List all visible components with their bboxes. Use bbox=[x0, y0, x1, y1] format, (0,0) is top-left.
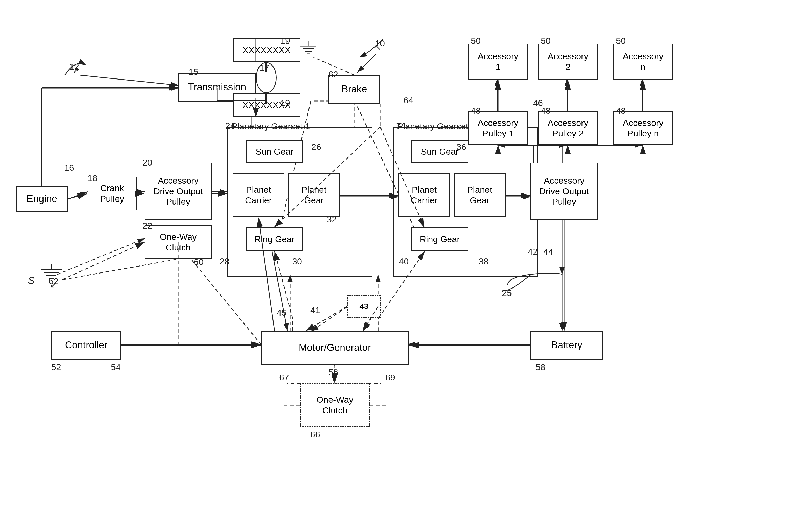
battery-box: Battery bbox=[530, 331, 603, 360]
pg2-ring-gear-box: Ring Gear bbox=[411, 227, 468, 251]
pg2-ring-gear-label: Ring Gear bbox=[420, 234, 460, 245]
pg1-sun-label: Sun Gear bbox=[256, 146, 293, 157]
acc-pulley-n-box: AccessoryPulley n bbox=[613, 111, 673, 145]
label-32: 32 bbox=[327, 214, 337, 225]
controller-box: Controller bbox=[51, 331, 121, 360]
label-38: 38 bbox=[479, 256, 488, 267]
label-45: 45 bbox=[277, 308, 287, 318]
label-50c: 50 bbox=[616, 36, 626, 46]
label-15: 15 bbox=[189, 67, 198, 77]
label-17: 17 bbox=[259, 63, 269, 73]
acc-1-box: Accessory1 bbox=[468, 43, 528, 80]
label-30: 30 bbox=[292, 256, 302, 267]
label-48b: 48 bbox=[541, 106, 551, 116]
crank-pulley-label: CrankPulley bbox=[100, 183, 124, 204]
diagram: Engine CrankPulley AccessoryDrive Output… bbox=[0, 0, 791, 532]
pg2-sun-label: Sun Gear bbox=[421, 146, 459, 157]
label-64: 64 bbox=[404, 95, 413, 106]
label-20: 20 bbox=[142, 157, 152, 168]
pg2-title: Planetary Gearset 2 bbox=[397, 121, 476, 131]
acc-n-label: Accessoryn bbox=[623, 51, 663, 72]
label-18: 18 bbox=[88, 173, 97, 183]
box43: 43 bbox=[347, 295, 381, 318]
label-41: 41 bbox=[310, 305, 320, 315]
brake-label: Brake bbox=[341, 83, 367, 95]
label-50b: 50 bbox=[541, 36, 551, 46]
acc-pulley-1-box: AccessoryPulley 1 bbox=[468, 111, 528, 145]
acc-drive-output-2-label: AccessoryDrive OutputPulley bbox=[540, 175, 589, 207]
label-40: 40 bbox=[399, 256, 409, 267]
one-way-clutch-2-box: One-WayClutch bbox=[300, 383, 370, 427]
label-62a: 62 bbox=[328, 70, 338, 79]
svg-line-81 bbox=[62, 242, 144, 280]
acc-2-label: Accessory2 bbox=[548, 51, 589, 72]
pg2-planet-carrier-label: PlanetCarrier bbox=[411, 185, 438, 206]
label-69: 69 bbox=[385, 373, 395, 383]
svg-line-33 bbox=[57, 238, 145, 274]
pg1-ring-gear-label: Ring Gear bbox=[255, 234, 295, 245]
label-44: 44 bbox=[543, 247, 553, 257]
ground-symbol-top bbox=[298, 41, 319, 56]
label-54: 54 bbox=[111, 362, 121, 372]
label-48a: 48 bbox=[471, 106, 481, 116]
arrow-12-svg bbox=[62, 57, 88, 78]
label-60: 60 bbox=[194, 257, 204, 267]
label-22: 22 bbox=[142, 221, 152, 231]
label-42: 42 bbox=[528, 247, 538, 257]
label-16: 16 bbox=[64, 163, 74, 173]
svg-line-2 bbox=[67, 192, 88, 200]
acc-pulley-2-box: AccessoryPulley 2 bbox=[538, 111, 598, 145]
acc-pulley-1-label: AccessoryPulley 1 bbox=[478, 118, 519, 139]
label-19b: 19 bbox=[280, 98, 290, 108]
one-way-clutch-1-box: One-WayClutch bbox=[144, 225, 212, 259]
label-34: 34 bbox=[396, 121, 406, 131]
acc-pulley-2-label: AccessoryPulley 2 bbox=[548, 118, 589, 139]
label-S: S bbox=[28, 275, 35, 286]
label-24: 24 bbox=[225, 121, 235, 131]
transmission-label: Transmission bbox=[188, 81, 246, 93]
label-56: 56 bbox=[328, 367, 338, 377]
label-36: 36 bbox=[456, 142, 466, 152]
battery-label: Battery bbox=[551, 339, 582, 351]
label-48c: 48 bbox=[616, 106, 626, 116]
pg1-planet-carrier-label: PlanetCarrier bbox=[245, 185, 272, 206]
pg1-planet-gear-box: PlanetGear bbox=[288, 173, 340, 217]
one-way-clutch-1-label: One-WayClutch bbox=[160, 231, 197, 253]
engine-box: Engine bbox=[16, 186, 68, 212]
pg1-planet-carrier-box: PlanetCarrier bbox=[233, 173, 284, 217]
motor-gen-box: Motor/Generator bbox=[261, 331, 409, 365]
acc-drive-output-1-label: AccessoryDrive OutputPulley bbox=[154, 175, 203, 207]
tc-shaft-bottom bbox=[265, 93, 267, 103]
label-58: 58 bbox=[536, 362, 545, 372]
box43-label: 43 bbox=[360, 302, 368, 311]
pg2-planet-carrier-box: PlanetCarrier bbox=[398, 173, 450, 217]
label-52: 52 bbox=[51, 362, 61, 372]
one-way-clutch-2-label: One-WayClutch bbox=[316, 395, 353, 416]
pg2-planet-gear-label: PlanetGear bbox=[467, 185, 492, 206]
label-28: 28 bbox=[220, 256, 230, 267]
tc-top-label: XXXXXXXX bbox=[243, 45, 291, 55]
label-19a: 19 bbox=[280, 36, 290, 46]
pg1-sun-gear-box: Sun Gear bbox=[246, 140, 303, 163]
acc-2-box: Accessory2 bbox=[538, 43, 598, 80]
acc-pulley-n-label: AccessoryPulley n bbox=[623, 118, 663, 139]
acc-drive-output-1-box: AccessoryDrive OutputPulley bbox=[144, 163, 212, 220]
pg1-planet-gear-label: PlanetGear bbox=[302, 185, 326, 206]
engine-label: Engine bbox=[27, 193, 57, 205]
svg-line-4 bbox=[80, 75, 179, 86]
curve-s: ↙ bbox=[50, 279, 58, 290]
label-25: 25 bbox=[502, 288, 512, 298]
pg1-ring-gear-box: Ring Gear bbox=[246, 227, 303, 251]
label-66: 66 bbox=[310, 430, 320, 439]
motor-gen-label: Motor/Generator bbox=[299, 342, 371, 354]
label-67: 67 bbox=[279, 373, 289, 383]
svg-line-82 bbox=[63, 259, 178, 280]
tc-top-box: XXXXXXXX bbox=[233, 38, 301, 62]
tc-bottom-box: XXXXXXXX bbox=[233, 93, 301, 117]
acc-n-box: Accessoryn bbox=[613, 43, 673, 80]
acc-drive-output-2-box: AccessoryDrive OutputPulley bbox=[530, 163, 598, 220]
label-26: 26 bbox=[311, 142, 321, 152]
controller-label: Controller bbox=[65, 339, 108, 351]
label-50a: 50 bbox=[471, 36, 481, 46]
pg1-title: Planetary Gearset 1 bbox=[232, 121, 310, 131]
